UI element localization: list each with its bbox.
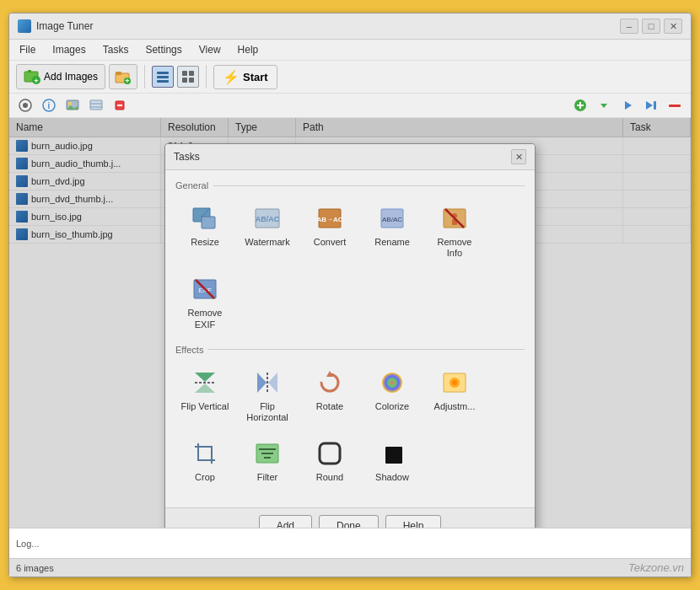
list-view-button[interactable] (152, 66, 174, 88)
task-icon-flip-horizontal (252, 367, 283, 398)
svg-rect-33 (654, 101, 656, 110)
task-icon-remove-info (439, 203, 470, 233)
task-icon-remove-exif: EXIF (190, 274, 220, 304)
task-label-filter: Filter (257, 472, 277, 483)
add-images-label: Add Images (44, 71, 98, 83)
action-bar: i (9, 94, 691, 118)
task-icon-convert: AB→AC (315, 203, 345, 233)
svg-rect-1 (28, 70, 31, 72)
status-count: 6 images (16, 563, 54, 573)
svg-rect-12 (189, 71, 194, 76)
general-tasks-grid: Resize AB/AC Watermark AB→AC Convert AB/… (175, 197, 525, 336)
minimize-button[interactable]: – (620, 19, 638, 34)
task-icon-colorize (377, 367, 407, 398)
toolbar-separator-1 (144, 65, 145, 88)
task-label-flip-vertical: Flip Vertical (181, 401, 229, 412)
task-item-adjustments[interactable]: Adjustm... (425, 362, 484, 429)
add-button[interactable]: Add (259, 515, 312, 528)
task-item-remove-exif[interactable]: EXIF Remove EXIF (175, 268, 234, 335)
svg-rect-8 (157, 72, 169, 74)
start-button[interactable]: ⚡ Start (213, 65, 277, 89)
task-item-resize[interactable]: Resize (175, 197, 234, 265)
app-icon (18, 19, 31, 33)
edit-icon[interactable] (87, 96, 105, 115)
menu-file[interactable]: File (16, 42, 39, 57)
add-task-icon[interactable] (571, 96, 590, 115)
tasks-dialog: Tasks ✕ General Resize AB/AC Watermark A… (164, 143, 536, 528)
image-action-icon[interactable] (63, 96, 82, 115)
tasks-dialog-close[interactable]: ✕ (511, 149, 526, 164)
svg-marker-52 (195, 384, 215, 393)
general-section-label: General (175, 180, 525, 190)
svg-rect-13 (182, 78, 187, 83)
open-folder-button[interactable]: + (109, 64, 137, 89)
done-button[interactable]: Done (319, 515, 379, 528)
svg-text:AB/AC: AB/AC (256, 215, 280, 223)
task-icon-rename: AB/AC (377, 203, 407, 233)
tasks-dialog-body: General Resize AB/AC Watermark AB→AC Con… (165, 170, 535, 507)
svg-rect-36 (202, 217, 215, 228)
status-bar: 6 images Tekzone.vn (9, 558, 691, 577)
main-content: Name Resolution Type Path Task burn_audi… (9, 118, 691, 528)
svg-text:i: i (48, 101, 51, 110)
task-label-flip-horizontal: Flip Horizontal (242, 401, 293, 423)
svg-text:AB/AC: AB/AC (382, 216, 402, 223)
svg-rect-5 (116, 72, 121, 75)
menu-help[interactable]: Help (234, 42, 262, 57)
delete-task-icon[interactable] (665, 96, 684, 115)
svg-point-58 (382, 373, 402, 393)
preview-icon[interactable] (16, 96, 35, 115)
task-label-convert: Convert (314, 237, 347, 248)
add-images-button[interactable]: + Add Images (16, 64, 105, 89)
task-item-flip-horizontal[interactable]: Flip Horizontal (238, 362, 297, 429)
menu-settings[interactable]: Settings (142, 42, 185, 57)
svg-marker-54 (257, 373, 267, 393)
task-label-adjustments: Adjustm... (434, 401, 476, 412)
task-item-watermark[interactable]: AB/AC Watermark (238, 197, 297, 265)
title-bar: Image Tuner – □ ✕ (9, 13, 691, 40)
help-button[interactable]: Help (385, 515, 442, 528)
thumbnail-view-button[interactable] (177, 66, 199, 88)
task-item-round[interactable]: Round (300, 432, 359, 489)
remove-icon[interactable] (110, 96, 129, 115)
svg-rect-9 (157, 76, 169, 78)
title-bar-left: Image Tuner (18, 19, 93, 33)
task-item-filter[interactable]: Filter (238, 432, 297, 489)
tasks-dialog-footer: Add Done Help (165, 507, 535, 528)
task-label-watermark: Watermark (245, 237, 289, 248)
watermark-text: Tekzone.vn (628, 561, 684, 574)
task-item-rotate[interactable]: Rotate (300, 362, 359, 429)
svg-marker-30 (600, 104, 607, 108)
info-icon[interactable]: i (40, 96, 58, 115)
svg-marker-31 (625, 101, 632, 110)
task-item-flip-vertical[interactable]: Flip Vertical (175, 362, 234, 429)
task-label-round: Round (316, 472, 343, 483)
svg-text:+: + (34, 77, 38, 85)
task-item-crop[interactable]: Crop (175, 432, 234, 489)
task-icon-resize (190, 203, 220, 233)
menu-images[interactable]: Images (49, 42, 89, 57)
app-title: Image Tuner (36, 20, 93, 32)
maximize-button[interactable]: □ (642, 19, 660, 34)
task-item-remove-info[interactable]: Remove Info (425, 197, 484, 265)
next-icon[interactable] (618, 96, 637, 115)
dropdown-icon[interactable] (595, 96, 613, 115)
forward-icon[interactable] (642, 96, 660, 115)
task-label-rename: Rename (374, 237, 410, 248)
log-area: Log... (9, 528, 691, 558)
task-icon-watermark: AB/AC (252, 203, 283, 233)
svg-rect-22 (90, 100, 102, 110)
svg-rect-14 (189, 78, 194, 83)
task-icon-crop (190, 438, 220, 469)
task-item-convert[interactable]: AB→AC Convert (300, 197, 359, 265)
tasks-dialog-titlebar: Tasks ✕ (165, 144, 535, 170)
task-item-rename[interactable]: AB/AC Rename (363, 197, 422, 265)
task-label-resize: Resize (191, 237, 219, 248)
menu-tasks[interactable]: Tasks (100, 42, 132, 57)
menu-view[interactable]: View (196, 42, 224, 57)
task-label-shadow: Shadow (375, 472, 409, 483)
effects-tasks-grid: Flip Vertical Flip Horizontal Rotate Col… (175, 362, 525, 490)
close-button[interactable]: ✕ (664, 19, 682, 34)
task-item-colorize[interactable]: Colorize (363, 362, 422, 429)
task-item-shadow[interactable]: Shadow (363, 432, 422, 489)
